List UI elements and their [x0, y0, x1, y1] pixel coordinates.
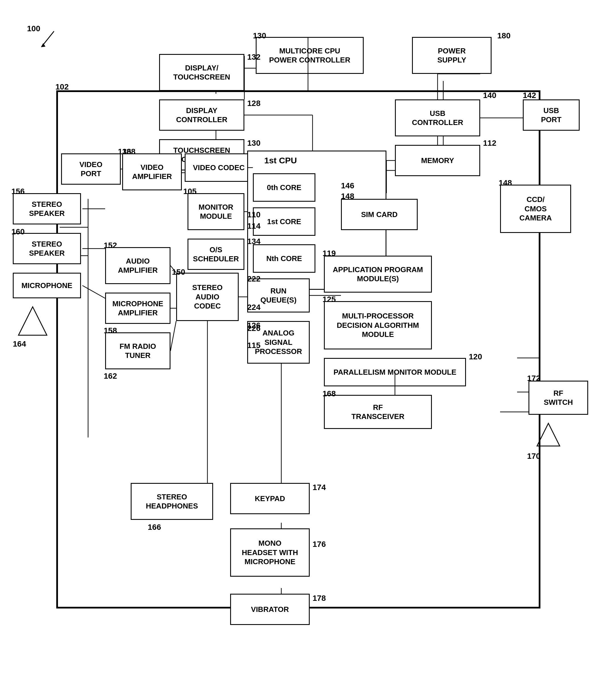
app-program-box: APPLICATION PROGRAMMODULE(S): [324, 256, 432, 293]
keypad-box: KEYPAD: [230, 483, 310, 514]
ref-128: 128: [247, 99, 260, 108]
microphone-amplifier-box: MICROPHONEAMPLIFIER: [105, 293, 170, 324]
ref-115: 115: [247, 341, 260, 350]
multicore-cpu-box: MULTICORE CPUPOWER CONTROLLER: [256, 37, 364, 74]
ref-222: 222: [247, 274, 260, 284]
ref-134: 134: [247, 237, 260, 246]
ref-120: 120: [469, 352, 482, 361]
stereo-speaker1-box: STEREOSPEAKER: [13, 193, 81, 224]
rf-transceiver-box: RFTRANSCEIVER: [324, 395, 432, 429]
ref-224: 224: [247, 303, 260, 312]
stereo-audio-codec-box: STEREOAUDIOCODEC: [176, 273, 239, 321]
svg-marker-26: [537, 423, 560, 446]
os-scheduler-box: O/SSCHEDULER: [187, 239, 244, 270]
nth-core-box: Nth CORE: [253, 244, 315, 273]
zeroth-core-box: 0th CORE: [253, 173, 315, 202]
ref-114: 114: [247, 222, 260, 231]
ref-100-arrow: [37, 29, 60, 51]
ref-160: 160: [11, 227, 25, 236]
ref-110: 110: [247, 210, 260, 219]
stereo-speaker2-box: STEREOSPEAKER: [13, 233, 81, 264]
svg-marker-27: [18, 307, 47, 335]
ref-126: 126: [247, 321, 260, 330]
multi-processor-box: MULTI-PROCESSORDECISION ALGORITHMMODULE: [324, 301, 432, 349]
ref-152: 152: [104, 241, 117, 250]
sim-card-box: SIM CARD: [341, 199, 418, 230]
first-core-box: 1st CORE: [253, 207, 315, 236]
ref-148-cam: 148: [499, 178, 512, 187]
ref-172: 172: [527, 374, 540, 383]
ref-112: 112: [483, 139, 496, 148]
display-touchscreen-box: DISPLAY/TOUCHSCREEN: [159, 54, 244, 91]
rf-switch-triangle-icon: [534, 420, 563, 449]
parallelism-box: PARALLELISM MONITOR MODULE: [324, 358, 466, 386]
vibrator-box: VIBRATOR: [230, 594, 310, 625]
ccd-camera-box: CCD/CMOSCAMERA: [500, 185, 571, 233]
memory-box: MEMORY: [395, 145, 480, 176]
ref-170: 170: [527, 452, 540, 461]
ref-174: 174: [312, 483, 326, 492]
display-controller-box: DISPLAYCONTROLLER: [159, 99, 244, 131]
ref-180: 180: [497, 31, 511, 40]
usb-controller-box: USBCONTROLLER: [395, 99, 480, 136]
rf-switch-box: RFSWITCH: [528, 381, 588, 415]
ref-150: 150: [172, 268, 185, 277]
ref-140: 140: [483, 91, 496, 100]
ref-136: 136: [118, 147, 131, 156]
power-supply-box: POWERSUPPLY: [412, 37, 492, 74]
mono-headset-box: MONOHEADSET WITHMICROPHONE: [230, 528, 310, 577]
video-amplifier-box: VIDEOAMPLIFIER: [122, 153, 182, 190]
ref-146: 146: [341, 181, 354, 190]
svg-line-24: [43, 31, 54, 45]
first-cpu-label: 1st CPU: [264, 156, 297, 165]
diagram-container: { "title": "Block Diagram 100", "ref_num…: [0, 0, 616, 694]
fm-antenna-icon: [16, 304, 50, 338]
ref-162: 162: [104, 371, 117, 381]
ref-156: 156: [11, 187, 25, 196]
video-codec-box: VIDEO CODEC: [185, 153, 253, 182]
audio-amplifier-box: AUDIOAMPLIFIER: [105, 247, 170, 284]
video-port-box: VIDEOPORT: [61, 153, 121, 185]
ref-119: 119: [323, 249, 336, 258]
ref-105: 105: [183, 187, 197, 196]
ref-176: 176: [312, 540, 326, 549]
ref-102: 102: [55, 83, 69, 91]
stereo-headphones-box: STEREOHEADPHONES: [131, 483, 213, 520]
ref-166: 166: [148, 523, 161, 532]
ref-130-multicore: 130: [253, 31, 266, 40]
ref-125: 125: [323, 295, 336, 304]
ref-148: 148: [341, 192, 354, 201]
ref-130-ts: 130: [247, 139, 260, 148]
monitor-module-box: MONITORMODULE: [187, 193, 244, 230]
ref-132: 132: [247, 53, 260, 62]
fm-radio-box: FM RADIOTUNER: [105, 332, 170, 369]
svg-marker-25: [41, 43, 46, 47]
ref-178: 178: [312, 594, 326, 603]
usb-port-box: USBPORT: [523, 99, 580, 131]
ref-164: 164: [13, 340, 26, 349]
ref-142: 142: [523, 91, 536, 100]
ref-168: 168: [323, 389, 336, 398]
microphone-box: MICROPHONE: [13, 273, 81, 298]
ref-158: 158: [104, 326, 117, 335]
